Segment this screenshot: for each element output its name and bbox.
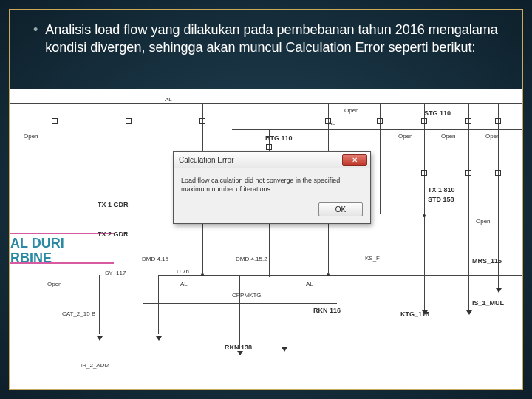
label-btg110: BTG 110 [265,134,293,142]
dialog-body: Load flow calculation did not converge i… [174,168,370,198]
branding-line2: RBINE [10,251,64,266]
label-open-5: Open [485,133,500,140]
label-dmd4152: DMD 4.15.2 [236,256,267,262]
close-button[interactable]: ✕ [342,154,367,166]
bullet-dot: • [33,21,38,57]
branding-line1: AL DURI [10,236,64,251]
dialog-footer: OK [174,198,370,223]
label-ir2adm: IR_2_ADM [81,362,109,369]
ok-button[interactable]: OK [318,202,363,216]
label-tx2gdr: TX 2 GDR [98,231,129,238]
label-open-7: Open [47,281,62,287]
label-al-3: AL [180,281,188,287]
label-stg110: STG 110 [424,109,451,117]
bullet-text: Analisis load flow yang dilakukan pada p… [45,21,499,57]
label-mrs115: MRS_115 [472,257,502,265]
label-open-4: Open [441,133,456,140]
dialog-titlebar[interactable]: Calculation Error ✕ [174,152,370,168]
dialog-title: Calculation Error [179,156,233,164]
single-line-diagram: STG 110 BTG 110 TX 1 GDR TX 2 GDR DM_2_1… [10,89,522,389]
label-open-1: Open [344,107,359,114]
label-sy117: SY_117 [105,270,126,276]
diagram-area: STG 110 BTG 110 TX 1 GDR TX 2 GDR DM_2_1… [10,89,522,389]
calculation-error-dialog: Calculation Error ✕ Load flow calculatio… [173,151,371,224]
label-std158: STD 158 [428,196,454,203]
label-al-4: AL [306,281,313,287]
label-tx1810: TX 1 810 [428,186,455,194]
label-open-2: Open [24,133,38,140]
close-icon: ✕ [352,156,358,164]
label-u7n: U 7n [177,268,189,275]
branding-text: AL DURI RBINE [10,236,64,266]
bullet-area: • Analisis load flow yang dilakukan pada… [33,21,499,57]
label-dmd415: DMD 4.15 [142,256,168,262]
ok-button-label: OK [335,205,346,214]
label-cppmktg: CPPMKTG [232,292,262,299]
label-al-1: AL [165,96,172,103]
label-rkn116: RKN 116 [313,307,341,314]
label-ks: KS_F [365,255,380,262]
label-open-8: Open [476,218,491,225]
label-tx1gdr: TX 1 GDR [98,201,129,208]
label-rkn138: RKN 138 [225,344,252,351]
label-cat215b: CAT_2_15 B [62,310,95,317]
label-is1mul: IS_1_MUL [472,299,504,307]
label-open-3: Open [398,133,413,140]
